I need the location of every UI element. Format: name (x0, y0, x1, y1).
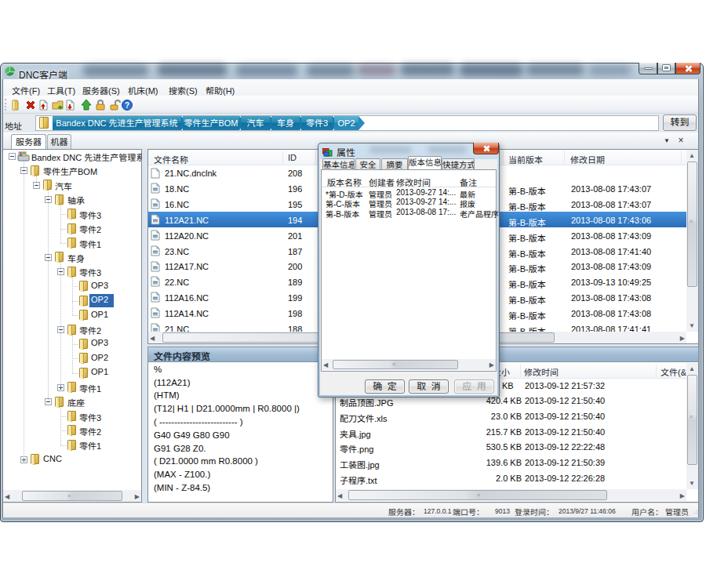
svg-text:?: ? (125, 101, 129, 110)
